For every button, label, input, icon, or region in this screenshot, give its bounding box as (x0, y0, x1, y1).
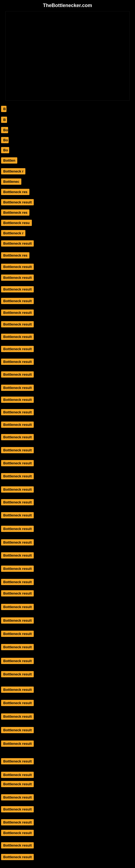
bottleneck-label-text-4: Bo (1, 137, 9, 143)
bottleneck-label-36: Bottleneck result (1, 512, 34, 520)
bottleneck-label-29: Bottleneck result (1, 422, 34, 429)
bottleneck-label-18: Bottleneck result (1, 286, 34, 293)
bottleneck-label-21: Bottleneck result (1, 321, 34, 329)
bottleneck-label-39: Bottleneck result (1, 552, 34, 560)
bottleneck-label-text-3: Bo (1, 127, 8, 133)
bottleneck-label-text-5: Bo (1, 147, 9, 153)
bottleneck-label-text-47: Bottleneck result (1, 658, 34, 664)
bottleneck-label-7: Bottleneck r (1, 168, 26, 176)
bottleneck-label-47: Bottleneck result (1, 658, 34, 665)
bottleneck-label-38: Bottleneck result (1, 539, 34, 547)
bottleneck-label-54: Bottleneck result (1, 758, 34, 766)
bottleneck-label-51: Bottleneck result (1, 713, 34, 721)
bottleneck-label-text-36: Bottleneck result (1, 512, 34, 518)
page-container: TheBottlenecker.com BBBoBoBoBottlenBottl… (0, 0, 135, 868)
bottleneck-label-text-2: B (1, 117, 7, 123)
bottleneck-label-57: Bottleneck result (1, 794, 34, 802)
bottleneck-label-text-58: Bottleneck result (1, 806, 34, 812)
bottleneck-label-2: B (1, 117, 7, 124)
bottleneck-label-45: Bottleneck result (1, 631, 34, 638)
bottleneck-label-text-53: Bottleneck result (1, 741, 34, 747)
bottleneck-label-text-17: Bottleneck result (1, 275, 34, 281)
bottleneck-label-text-31: Bottleneck result (1, 447, 34, 453)
bottleneck-label-6: Bottlen (1, 157, 17, 165)
bottleneck-label-59: Bottleneck result (1, 819, 34, 827)
bottleneck-label-text-28: Bottleneck result (1, 409, 34, 415)
bottleneck-label-56: Bottleneck result (1, 781, 34, 788)
bottleneck-label-text-41: Bottleneck result (1, 579, 34, 585)
bottleneck-label-23: Bottleneck result (1, 346, 34, 353)
bottleneck-label-27: Bottleneck result (1, 397, 34, 404)
bottleneck-label-37: Bottleneck result (1, 526, 34, 533)
bottleneck-label-text-1: B (1, 106, 6, 112)
bottleneck-label-48: Bottleneck result (1, 671, 34, 678)
bottleneck-label-text-14: Bottleneck result (1, 240, 34, 247)
bottleneck-label-44: Bottleneck result (1, 617, 34, 625)
bottleneck-label-text-13: Bottleneck r (1, 230, 26, 236)
bottleneck-label-text-10: Bottleneck result (1, 199, 34, 205)
bottleneck-label-text-24: Bottleneck result (1, 359, 34, 365)
bottleneck-label-text-18: Bottleneck result (1, 286, 34, 292)
bottleneck-label-58: Bottleneck result (1, 806, 34, 813)
bottleneck-label-60: Bottleneck result (1, 830, 34, 837)
bottleneck-label-text-49: Bottleneck result (1, 686, 34, 693)
bottleneck-label-text-19: Bottleneck result (1, 298, 34, 304)
bottleneck-label-text-56: Bottleneck result (1, 781, 34, 787)
bottleneck-label-text-32: Bottleneck result (1, 460, 34, 466)
bottleneck-label-20: Bottleneck result (1, 310, 34, 317)
bottleneck-label-text-55: Bottleneck result (1, 772, 34, 778)
bottleneck-label-34: Bottleneck result (1, 486, 34, 494)
bottleneck-label-text-45: Bottleneck result (1, 631, 34, 637)
bottleneck-label-32: Bottleneck result (1, 460, 34, 467)
bottleneck-label-33: Bottleneck result (1, 473, 34, 480)
bottleneck-label-text-62: Bottleneck result (1, 854, 34, 860)
bottleneck-label-text-11: Bottleneck res (1, 209, 30, 216)
bottleneck-label-text-37: Bottleneck result (1, 526, 34, 532)
bottleneck-label-text-25: Bottleneck result (1, 371, 34, 378)
bottleneck-label-26: Bottleneck result (1, 384, 34, 392)
bottleneck-label-11: Bottleneck res (1, 209, 30, 217)
bottleneck-label-31: Bottleneck result (1, 447, 34, 454)
bottleneck-label-53: Bottleneck result (1, 741, 34, 748)
bottleneck-label-52: Bottleneck result (1, 727, 34, 734)
bottleneck-label-text-22: Bottleneck result (1, 334, 34, 340)
bottleneck-label-text-6: Bottlen (1, 157, 17, 163)
bottleneck-label-text-33: Bottleneck result (1, 473, 34, 479)
bottleneck-label-text-38: Bottleneck result (1, 539, 34, 546)
bottleneck-label-text-44: Bottleneck result (1, 617, 34, 624)
bottleneck-label-text-39: Bottleneck result (1, 552, 34, 558)
bottleneck-label-text-8: Bottlenec (1, 179, 21, 185)
bottleneck-label-text-57: Bottleneck result (1, 794, 34, 801)
bottleneck-label-text-23: Bottleneck result (1, 346, 34, 352)
bottleneck-label-14: Bottleneck result (1, 240, 34, 248)
bottleneck-label-35: Bottleneck result (1, 499, 34, 506)
bottleneck-label-text-15: Bottleneck res (1, 252, 30, 258)
bottleneck-label-1: B (1, 106, 6, 113)
bottleneck-label-28: Bottleneck result (1, 409, 34, 416)
bottleneck-label-text-46: Bottleneck result (1, 644, 34, 650)
bottleneck-label-text-61: Bottleneck result (1, 842, 34, 848)
bottleneck-label-12: Bottleneck resu (1, 220, 32, 227)
bottleneck-label-5: Bo (1, 147, 9, 154)
bottleneck-label-50: Bottleneck result (1, 700, 34, 707)
bottleneck-label-text-27: Bottleneck result (1, 397, 34, 403)
bottleneck-label-22: Bottleneck result (1, 334, 34, 341)
bottleneck-label-text-59: Bottleneck result (1, 819, 34, 826)
bottleneck-label-43: Bottleneck result (1, 604, 34, 611)
bottleneck-label-30: Bottleneck result (1, 434, 34, 441)
bottleneck-label-17: Bottleneck result (1, 275, 34, 282)
bottleneck-label-41: Bottleneck result (1, 579, 34, 586)
bottleneck-label-text-48: Bottleneck result (1, 671, 34, 677)
bottleneck-label-19: Bottleneck result (1, 298, 34, 305)
chart-area (5, 11, 130, 101)
bottleneck-label-text-16: Bottleneck result (1, 264, 34, 270)
bottleneck-label-25: Bottleneck result (1, 371, 34, 379)
bottleneck-label-24: Bottleneck result (1, 359, 34, 366)
bottleneck-label-55: Bottleneck result (1, 772, 34, 779)
bottleneck-label-text-60: Bottleneck result (1, 830, 34, 836)
bottleneck-label-text-50: Bottleneck result (1, 700, 34, 706)
bottleneck-label-61: Bottleneck result (1, 842, 34, 849)
bottleneck-label-text-40: Bottleneck result (1, 565, 34, 572)
bottleneck-label-42: Bottleneck result (1, 590, 34, 597)
bottleneck-label-text-29: Bottleneck result (1, 422, 34, 428)
